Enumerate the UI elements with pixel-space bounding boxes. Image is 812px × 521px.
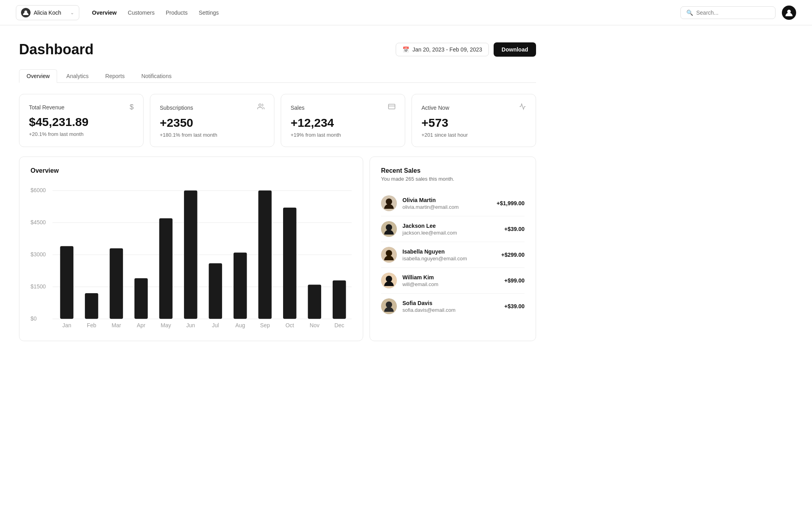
- sales-title: Recent Sales: [381, 167, 525, 174]
- svg-rect-31: [259, 191, 272, 319]
- sale-email: will@email.com: [402, 281, 499, 287]
- user-avatar-nav: [21, 8, 31, 17]
- profile-avatar[interactable]: [782, 6, 796, 20]
- pulse-icon: [519, 103, 526, 112]
- user-name: Alicia Koch: [34, 10, 67, 16]
- stat-header-revenue: Total Revenue $: [29, 103, 134, 111]
- sale-amount: +$39.00: [504, 303, 525, 309]
- nav-links: Overview Customers Products Settings: [92, 8, 668, 17]
- stat-label-revenue: Total Revenue: [29, 104, 65, 111]
- svg-point-48: [386, 302, 392, 308]
- stats-grid: Total Revenue $ $45,231.89 +20.1% from l…: [19, 94, 536, 147]
- bar-chart-svg: $6000 $4500 $3000 $1500 $0 JanFebMarAprM…: [31, 182, 352, 329]
- stat-header-sales: Sales: [291, 103, 395, 112]
- card-icon: [388, 103, 395, 112]
- stat-sub-revenue: +20.1% from last month: [29, 131, 134, 137]
- sale-item: Isabella Nguyen isabella.nguyen@email.co…: [381, 242, 525, 268]
- sale-item: Olivia Martin olivia.martin@email.com +$…: [381, 191, 525, 216]
- svg-text:$1500: $1500: [31, 283, 46, 290]
- chart-title: Overview: [31, 167, 352, 174]
- svg-point-2: [259, 104, 261, 106]
- sale-email: jackson.lee@email.com: [402, 230, 499, 236]
- sale-info: Sofia Davis sofia.davis@email.com: [402, 300, 499, 313]
- tab-analytics[interactable]: Analytics: [59, 69, 96, 83]
- sale-info: William Kim will@email.com: [402, 274, 499, 287]
- svg-rect-23: [159, 218, 173, 319]
- stat-sub-sales: +19% from last month: [291, 132, 395, 138]
- svg-rect-35: [308, 284, 321, 319]
- tab-overview[interactable]: Overview: [19, 69, 57, 83]
- tab-reports[interactable]: Reports: [98, 69, 132, 83]
- sale-amount: +$39.00: [504, 226, 525, 232]
- sale-avatar: [381, 247, 397, 263]
- sale-name: Olivia Martin: [402, 197, 491, 203]
- sales-subtitle: You made 265 sales this month.: [381, 176, 525, 182]
- stat-label-sales: Sales: [291, 105, 304, 111]
- nav-right: 🔍: [680, 6, 796, 20]
- sale-name: William Kim: [402, 274, 499, 281]
- navbar: Alicia Koch ⌄ Overview Customers Product…: [0, 0, 812, 25]
- search-input[interactable]: [696, 10, 770, 16]
- svg-text:$3000: $3000: [31, 251, 46, 258]
- svg-text:May: May: [161, 322, 171, 328]
- svg-text:Sep: Sep: [260, 322, 270, 328]
- stat-card-sales: Sales +12,234 +19% from last month: [281, 94, 405, 147]
- sale-email: isabella.nguyen@email.com: [402, 256, 496, 261]
- sales-card: Recent Sales You made 265 sales this mon…: [370, 156, 536, 341]
- svg-text:Nov: Nov: [310, 322, 320, 328]
- date-range-picker[interactable]: 📅 Jan 20, 2023 - Feb 09, 2023: [396, 43, 489, 56]
- svg-text:Mar: Mar: [111, 322, 121, 328]
- stat-value-sales: +12,234: [291, 116, 395, 130]
- sale-info: Olivia Martin olivia.martin@email.com: [402, 197, 491, 210]
- sale-name: Sofia Davis: [402, 300, 499, 306]
- sale-email: sofia.davis@email.com: [402, 307, 499, 313]
- svg-point-40: [386, 198, 392, 205]
- stat-card-subscriptions: Subscriptions +2350 +180.1% from last mo…: [150, 94, 274, 147]
- svg-rect-27: [209, 263, 222, 319]
- svg-rect-25: [184, 191, 197, 319]
- stat-header-active: Active Now: [421, 103, 526, 112]
- sale-name: Isabella Nguyen: [402, 248, 496, 255]
- date-range-value: Jan 20, 2023 - Feb 09, 2023: [412, 46, 482, 53]
- tab-notifications[interactable]: Notifications: [134, 69, 179, 83]
- sale-avatar: [381, 273, 397, 288]
- search-icon: 🔍: [686, 10, 693, 16]
- svg-rect-21: [134, 278, 148, 319]
- svg-text:Dec: Dec: [334, 322, 344, 328]
- stat-value-revenue: $45,231.89: [29, 115, 134, 129]
- download-button[interactable]: Download: [494, 42, 536, 57]
- stat-card-revenue: Total Revenue $ $45,231.89 +20.1% from l…: [19, 94, 144, 147]
- svg-point-46: [386, 276, 392, 282]
- stat-sub-subscriptions: +180.1% from last month: [160, 132, 264, 138]
- sale-item: Jackson Lee jackson.lee@email.com +$39.0…: [381, 216, 525, 242]
- svg-rect-33: [283, 208, 297, 319]
- svg-rect-37: [333, 281, 346, 319]
- svg-text:$4500: $4500: [31, 219, 46, 225]
- nav-link-settings[interactable]: Settings: [199, 8, 219, 17]
- chart-card: Overview $6000 $4500 $3000 $1500 $0 Ja: [19, 156, 363, 341]
- sale-item: William Kim will@email.com +$99.00: [381, 268, 525, 294]
- user-selector[interactable]: Alicia Koch ⌄: [16, 5, 79, 20]
- header-right: 📅 Jan 20, 2023 - Feb 09, 2023 Download: [396, 42, 536, 57]
- nav-link-overview[interactable]: Overview: [92, 8, 117, 17]
- stat-sub-active: +201 since last hour: [421, 132, 526, 138]
- search-box[interactable]: 🔍: [680, 6, 776, 19]
- stat-value-subscriptions: +2350: [160, 116, 264, 130]
- svg-text:Aug: Aug: [235, 322, 245, 328]
- svg-rect-15: [60, 246, 74, 319]
- page-title: Dashboard: [19, 41, 94, 58]
- stat-label-active: Active Now: [421, 105, 449, 111]
- tabs-bar: Overview Analytics Reports Notifications: [19, 69, 536, 83]
- svg-text:Apr: Apr: [137, 322, 146, 328]
- users-icon: [257, 103, 264, 112]
- nav-link-customers[interactable]: Customers: [128, 8, 155, 17]
- stat-header-subscriptions: Subscriptions: [160, 103, 264, 112]
- sales-list: Olivia Martin olivia.martin@email.com +$…: [381, 191, 525, 319]
- svg-text:Oct: Oct: [285, 322, 294, 328]
- calendar-icon: 📅: [402, 46, 409, 53]
- chart-area: $6000 $4500 $3000 $1500 $0 JanFebMarAprM…: [31, 182, 352, 330]
- stat-value-active: +573: [421, 116, 526, 130]
- bottom-grid: Overview $6000 $4500 $3000 $1500 $0 Ja: [19, 156, 536, 341]
- svg-rect-29: [234, 252, 247, 319]
- nav-link-products[interactable]: Products: [166, 8, 188, 17]
